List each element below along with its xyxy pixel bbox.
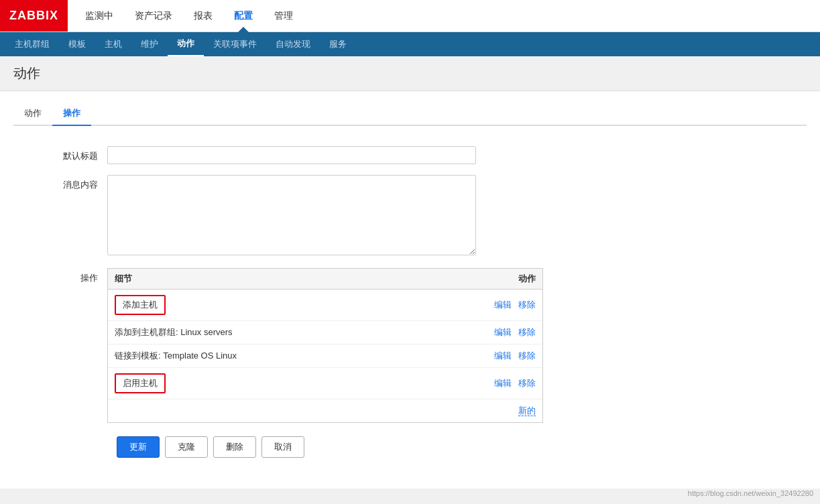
second-nav-discovery[interactable]: 自动发现 [266, 32, 320, 56]
remove-link-3[interactable]: 移除 [518, 378, 536, 388]
col-header-action: 动作 [411, 269, 542, 290]
row-detail-highlighted: 添加主机 [115, 295, 166, 315]
delete-button[interactable]: 删除 [213, 436, 256, 458]
message-content-textarea[interactable] [107, 175, 476, 255]
row-detail-cell: 添加到主机群组: Linux servers [108, 321, 411, 344]
second-nav-maintenance[interactable]: 维护 [131, 32, 168, 56]
edit-link-2[interactable]: 编辑 [494, 351, 512, 361]
message-content-row: 消息内容 [27, 175, 793, 257]
edit-link-3[interactable]: 编辑 [494, 378, 512, 388]
default-title-row: 默认标题 [27, 146, 793, 164]
cancel-button[interactable]: 取消 [261, 436, 304, 458]
second-nav-corr-events[interactable]: 关联项事件 [204, 32, 266, 56]
top-navbar: ZABBIX 监测中 资产记录 报表 配置 管理 [0, 0, 820, 32]
row-detail-cell: 启用主机 [108, 368, 411, 399]
row-detail-cell: 添加主机 [108, 290, 411, 321]
nav-item-reports[interactable]: 报表 [183, 0, 223, 32]
form-section: 默认标题 消息内容 操作 细节 动作 [13, 139, 807, 478]
second-navbar: 主机群组 模板 主机 维护 动作 关联项事件 自动发现 服务 [0, 32, 820, 56]
default-title-input-wrapper [107, 146, 476, 164]
second-nav-actions[interactable]: 动作 [168, 32, 204, 56]
second-nav-hosts[interactable]: 主机 [95, 32, 131, 56]
remove-link-0[interactable]: 移除 [518, 300, 536, 310]
nav-item-config[interactable]: 配置 [223, 0, 263, 32]
second-nav-templates[interactable]: 模板 [59, 32, 95, 56]
row-action-cell: 编辑 移除 [411, 344, 542, 368]
tab-bar: 动作 操作 [13, 102, 807, 126]
row-action-cell: 编辑 移除 [411, 321, 542, 344]
main-content: 动作 操作 默认标题 消息内容 操作 细节 [0, 91, 820, 489]
col-header-detail: 细节 [108, 269, 411, 290]
table-row: 添加到主机群组: Linux servers 编辑 移除 [108, 321, 542, 344]
second-nav-services[interactable]: 服务 [320, 32, 356, 56]
edit-link-1[interactable]: 编辑 [494, 327, 512, 337]
operations-section: 操作 细节 动作 添加主机 [27, 268, 793, 423]
default-title-label: 默认标题 [27, 146, 107, 162]
message-content-input-wrapper [107, 175, 476, 257]
logo: ZABBIX [0, 0, 68, 32]
tab-action[interactable]: 动作 [13, 102, 52, 126]
remove-link-2[interactable]: 移除 [518, 351, 536, 361]
page-title-bar: 动作 [0, 56, 820, 91]
remove-link-1[interactable]: 移除 [518, 327, 536, 337]
table-row: 链接到模板: Template OS Linux 编辑 移除 [108, 344, 542, 368]
tab-operation[interactable]: 操作 [52, 102, 91, 126]
edit-link-0[interactable]: 编辑 [494, 300, 512, 310]
update-button[interactable]: 更新 [117, 436, 160, 458]
nav-item-assets[interactable]: 资产记录 [124, 0, 183, 32]
nav-item-monitor[interactable]: 监测中 [74, 0, 124, 32]
new-link-row: 新的 [108, 399, 542, 423]
row-detail-cell: 链接到模板: Template OS Linux [108, 344, 411, 368]
table-row: 启用主机 编辑 移除 [108, 368, 542, 399]
row-detail-highlighted: 启用主机 [115, 373, 166, 393]
row-action-cell: 编辑 移除 [411, 290, 542, 321]
row-action-cell: 编辑 移除 [411, 368, 542, 399]
page-title: 动作 [13, 64, 807, 82]
top-nav-items: 监测中 资产记录 报表 配置 管理 [74, 0, 304, 32]
table-row: 添加主机 编辑 移除 [108, 290, 542, 321]
new-link-cell: 新的 [108, 399, 542, 423]
nav-item-admin[interactable]: 管理 [263, 0, 304, 32]
clone-button[interactable]: 克隆 [165, 436, 208, 458]
operations-label: 操作 [27, 268, 107, 284]
default-title-input[interactable] [107, 146, 476, 164]
message-content-label: 消息内容 [27, 175, 107, 191]
button-row: 更新 克隆 删除 取消 [117, 436, 793, 464]
second-nav-hostgroup[interactable]: 主机群组 [5, 32, 59, 56]
operations-table-wrapper: 细节 动作 添加主机 编辑 移除 [107, 268, 543, 423]
operations-table: 细节 动作 添加主机 编辑 移除 [108, 269, 542, 422]
new-operation-link[interactable]: 新的 [518, 405, 536, 416]
